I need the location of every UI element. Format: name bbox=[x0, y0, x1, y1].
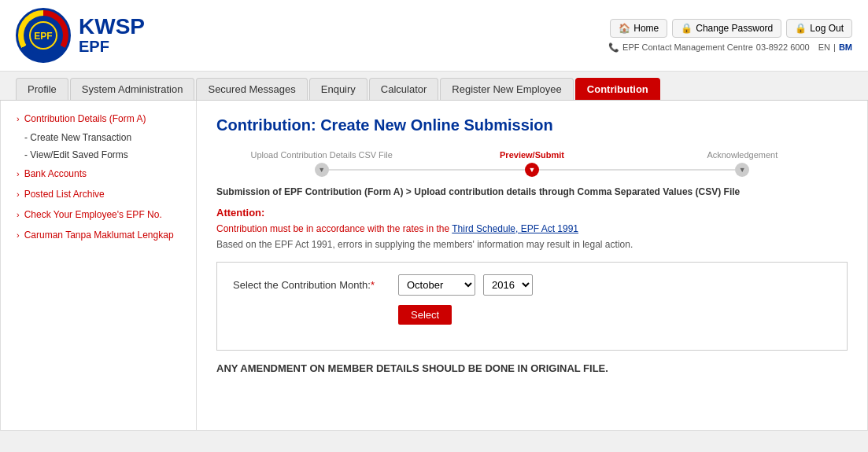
arrow-icon-bank: › bbox=[17, 169, 20, 178]
page-title: Contribution: Create New Online Submissi… bbox=[216, 116, 848, 134]
logo-inner: EPF bbox=[24, 16, 63, 55]
header-buttons: 🏠 Home 🔒 Change Password 🔒 Log Out bbox=[610, 19, 852, 38]
step-upload: Upload Contribution Details CSV File ▼ bbox=[216, 150, 427, 177]
year-select[interactable]: 20142015201620172018 bbox=[483, 274, 533, 296]
logout-icon: 🔒 bbox=[795, 23, 807, 34]
tab-secured-messages[interactable]: Secured Messages bbox=[196, 78, 307, 100]
step-upload-dot: ▼ bbox=[315, 163, 329, 177]
step-preview-label: Preview/Submit bbox=[500, 150, 564, 160]
sidebar-label-view-edit: - View/Edit Saved Forms bbox=[24, 149, 128, 160]
header: EPF KWSP EPF 🏠 Home 🔒 Change Password 🔒 … bbox=[0, 0, 868, 72]
tab-enquiry[interactable]: Enquiry bbox=[309, 78, 368, 100]
step-ack-dot: ▼ bbox=[735, 163, 749, 177]
step-preview: Preview/Submit ▼ bbox=[427, 150, 637, 177]
step-preview-dot: ▼ bbox=[525, 163, 539, 177]
sidebar-item-check-employee-epf[interactable]: › Check Your Employee's EPF No. bbox=[1, 204, 196, 225]
step-line-right-2 bbox=[539, 169, 637, 171]
step-upload-dot-inner: ▼ bbox=[318, 166, 325, 174]
footer-note: ANY AMENDMENT ON MEMBER DETAILS SHOULD B… bbox=[216, 362, 848, 374]
lock-icon: 🔒 bbox=[681, 23, 693, 34]
step-line-right-3 bbox=[749, 169, 848, 171]
sidebar-label-create-new: - Create New Transaction bbox=[24, 132, 131, 143]
phone-icon: 📞 bbox=[608, 42, 619, 53]
form-label-month: Select the Contribution Month:* bbox=[233, 279, 390, 291]
home-label: Home bbox=[633, 23, 659, 34]
step-line-left bbox=[216, 169, 315, 171]
tab-calculator[interactable]: Calculator bbox=[369, 78, 439, 100]
main-layout: › Contribution Details (Form A) - Create… bbox=[0, 101, 868, 431]
steps-bar: Upload Contribution Details CSV File ▼ P… bbox=[216, 150, 848, 177]
arrow-icon-check: › bbox=[17, 210, 20, 219]
home-button[interactable]: 🏠 Home bbox=[610, 19, 667, 38]
tab-register-employee[interactable]: Register New Employee bbox=[440, 78, 573, 100]
step-ack-connector: ▼ bbox=[637, 163, 848, 177]
step-acknowledgement: Acknowledgement ▼ bbox=[637, 150, 848, 177]
form-row-month: Select the Contribution Month:* JanuaryF… bbox=[233, 274, 831, 296]
sidebar-item-create-new-transaction[interactable]: - Create New Transaction bbox=[1, 129, 196, 146]
lang-bm[interactable]: BM bbox=[839, 42, 852, 52]
breadcrumb: Submission of EPF Contribution (Form A) … bbox=[216, 186, 848, 197]
lang-en[interactable]: EN bbox=[818, 42, 830, 52]
step-ack-dot-inner: ▼ bbox=[739, 166, 746, 174]
logo-area: EPF KWSP EPF bbox=[16, 8, 145, 63]
nav-bar: Profile System Administration Secured Me… bbox=[0, 72, 868, 101]
contact-info: 📞 EPF Contact Management Centre 03-8922 … bbox=[608, 42, 852, 53]
step-upload-connector: ▼ bbox=[216, 163, 427, 177]
sidebar-label-check: Check Your Employee's EPF No. bbox=[24, 209, 162, 220]
step-line-left-2 bbox=[427, 169, 525, 171]
arrow-icon-posted: › bbox=[17, 189, 20, 199]
form-box: Select the Contribution Month:* JanuaryF… bbox=[216, 262, 848, 351]
sidebar-item-view-edit-saved-forms[interactable]: - View/Edit Saved Forms bbox=[1, 146, 196, 164]
select-button[interactable]: Select bbox=[398, 305, 452, 325]
step-line-left-3 bbox=[637, 169, 736, 171]
step-upload-label: Upload Contribution Details CSV File bbox=[250, 150, 392, 160]
month-select[interactable]: JanuaryFebruaryMarchAprilMayJuneJulyAugu… bbox=[398, 274, 475, 296]
third-schedule-link[interactable]: Third Schedule, EPF Act 1991 bbox=[452, 223, 578, 234]
logo-kwsp-text: KWSP bbox=[79, 16, 145, 38]
tab-profile[interactable]: Profile bbox=[16, 78, 68, 100]
arrow-icon: › bbox=[17, 114, 20, 123]
svg-text:EPF: EPF bbox=[34, 31, 52, 42]
sidebar-item-posted-list[interactable]: › Posted List Archive bbox=[1, 184, 196, 204]
sidebar-item-caruman[interactable]: › Caruman Tanpa Maklumat Lengkap bbox=[1, 225, 196, 245]
sidebar-item-contribution-details[interactable]: › Contribution Details (Form A) bbox=[1, 108, 196, 129]
step-preview-connector: ▼ bbox=[427, 163, 637, 177]
arrow-icon-caruman: › bbox=[17, 230, 20, 240]
tab-system-admin[interactable]: System Administration bbox=[70, 78, 195, 100]
contact-number: 03-8922 6000 bbox=[756, 42, 810, 52]
sidebar-label-contribution-details: Contribution Details (Form A) bbox=[24, 113, 146, 124]
lang-separator bbox=[813, 42, 815, 52]
step-line-right-1 bbox=[329, 169, 427, 171]
attention-line2: Based on the EPF Act 1991, errors in sup… bbox=[216, 239, 848, 250]
change-password-label: Change Password bbox=[696, 23, 773, 34]
home-icon: 🏠 bbox=[619, 23, 630, 34]
logo-epf-text: EPF bbox=[79, 38, 145, 56]
change-password-button[interactable]: 🔒 Change Password bbox=[672, 19, 781, 38]
contact-label: EPF Contact Management Centre bbox=[622, 42, 753, 52]
sidebar-label-posted: Posted List Archive bbox=[24, 189, 105, 200]
attention-line1: Contribution must be in accordance with … bbox=[216, 223, 848, 234]
logout-button[interactable]: 🔒 Log Out bbox=[786, 19, 852, 38]
tab-contribution[interactable]: Contribution bbox=[575, 78, 660, 100]
header-right: 🏠 Home 🔒 Change Password 🔒 Log Out 📞 EPF… bbox=[608, 19, 852, 53]
attention-line1-prefix: Contribution must be in accordance with … bbox=[216, 223, 452, 234]
sidebar: › Contribution Details (Form A) - Create… bbox=[0, 101, 197, 431]
sidebar-item-bank-accounts[interactable]: › Bank Accounts bbox=[1, 164, 196, 184]
attention-label: Attention: bbox=[216, 207, 848, 219]
logo-icon: EPF bbox=[16, 8, 71, 63]
step-preview-dot-inner: ▼ bbox=[529, 166, 536, 174]
logo-text: KWSP EPF bbox=[79, 16, 145, 56]
form-row-select-btn: Select bbox=[233, 305, 831, 325]
sidebar-label-bank: Bank Accounts bbox=[24, 168, 87, 179]
logout-label: Log Out bbox=[810, 23, 844, 34]
sidebar-label-caruman: Caruman Tanpa Maklumat Lengkap bbox=[24, 230, 174, 241]
step-ack-label: Acknowledgement bbox=[707, 150, 778, 160]
lang-pipe: | bbox=[833, 42, 836, 52]
content-area: Contribution: Create New Online Submissi… bbox=[197, 101, 868, 431]
